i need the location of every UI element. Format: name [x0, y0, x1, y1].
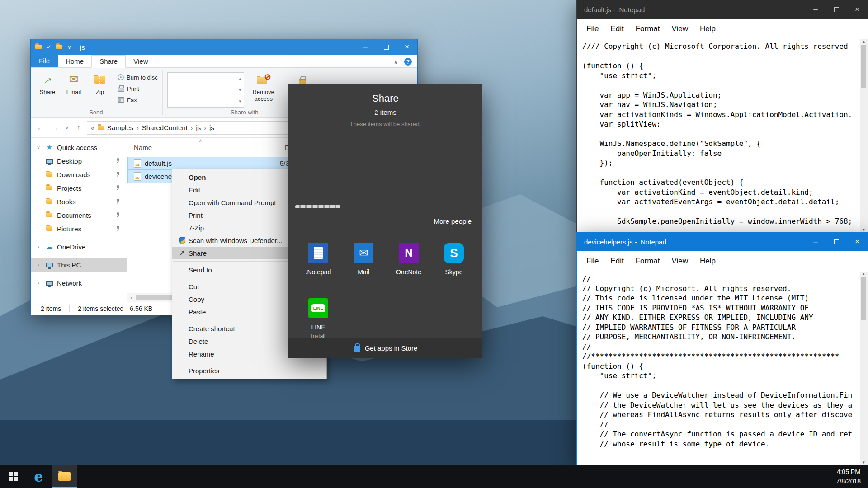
share-target-onenote[interactable]: N OneNote — [392, 243, 425, 276]
context-menu-item-properties[interactable]: Properties — [172, 364, 326, 377]
scroll-down-icon[interactable]: ▾ — [863, 227, 865, 232]
chevron-right-icon[interactable]: › — [35, 280, 42, 286]
menu-help[interactable]: Help — [694, 257, 722, 266]
up-icon[interactable]: ↑ — [72, 123, 85, 132]
close-button[interactable]: × — [847, 0, 868, 19]
help-icon[interactable]: ? — [404, 58, 412, 66]
window-title: default.js - .Notepad — [584, 6, 645, 14]
editor-text[interactable]: // // Copyright (c) Microsoft. All right… — [577, 272, 868, 449]
minimize-button[interactable]: – — [355, 39, 376, 55]
share-target-mail[interactable]: ✉ Mail — [347, 243, 380, 276]
chevron-right-icon[interactable]: › — [35, 262, 42, 267]
qat-customize-icon[interactable]: ∨ — [67, 44, 71, 50]
sidebar-item-onedrive[interactable]: › ☁ OneDrive — [31, 240, 127, 253]
forward-icon[interactable]: → — [49, 123, 61, 132]
notepad-titlebar[interactable]: devicehelpers.js - .Notepad – × — [577, 233, 868, 251]
breadcrumb-js-2[interactable]: js — [209, 124, 214, 131]
maximize-button[interactable] — [826, 0, 847, 19]
ribbon-print-button[interactable]: Print — [118, 84, 158, 94]
menu-file[interactable]: File — [580, 24, 604, 33]
more-people-link[interactable]: More people — [434, 217, 472, 225]
collapsed-path-icon[interactable]: « — [91, 124, 94, 131]
ribbon-zip-button[interactable]: Zip — [87, 70, 113, 96]
breadcrumb-separator: › — [137, 124, 139, 131]
breadcrumb-js[interactable]: js — [196, 124, 201, 131]
editor-text[interactable]: //// Copyright (c) Microsoft Corporation… — [577, 39, 868, 226]
collapse-ribbon-icon[interactable]: ∧ — [394, 59, 398, 65]
recent-locations-icon[interactable]: ∨ — [63, 125, 71, 131]
qat-properties-icon[interactable]: ✓ — [47, 44, 51, 50]
qat-new-folder-icon[interactable] — [56, 45, 62, 49]
share-with-gallery[interactable]: ▴ ▾ ▾ — [167, 72, 244, 108]
menu-format[interactable]: Format — [630, 24, 666, 33]
ribbon-email-button[interactable]: ✉ Email — [61, 70, 87, 96]
explorer-titlebar[interactable]: ✓ ∨ js – × — [31, 39, 417, 55]
breadcrumb-sharedcontent[interactable]: SharedContent — [142, 124, 188, 131]
sidebar-item-downloads[interactable]: Downloads — [31, 168, 127, 181]
scroll-left-icon[interactable]: ‹ — [127, 294, 136, 301]
menu-format[interactable]: Format — [630, 257, 666, 266]
sidebar-item-books[interactable]: Books — [31, 195, 127, 208]
maximize-button[interactable] — [826, 233, 847, 251]
taskbar-edge-button[interactable]: e — [26, 465, 52, 488]
menu-view[interactable]: View — [666, 257, 694, 266]
sidebar-item-desktop[interactable]: Desktop — [31, 154, 127, 168]
ribbon-burn-button[interactable]: Burn to disc — [118, 72, 158, 82]
vertical-scrollbar[interactable]: ▴ ▾ — [860, 272, 868, 465]
scroll-down-icon[interactable]: ▾ — [863, 460, 865, 465]
scrollbar-thumb[interactable] — [861, 45, 866, 88]
gallery-scroll-arrows[interactable]: ▴ ▾ ▾ — [236, 73, 244, 107]
close-button[interactable]: × — [847, 233, 868, 251]
ribbon-remove-access-button[interactable]: ⊘ Remove access — [244, 70, 283, 103]
start-button[interactable] — [0, 465, 26, 488]
maximize-icon — [834, 239, 839, 244]
notepad-titlebar[interactable]: default.js - .Notepad – × — [577, 0, 868, 19]
scroll-up-icon[interactable]: ▴ — [239, 76, 241, 81]
breadcrumb-samples[interactable]: Samples — [107, 124, 133, 131]
taskbar-clock[interactable]: 4:05 PM 7/8/2018 — [836, 465, 868, 488]
tab-share[interactable]: Share — [91, 55, 126, 68]
chevron-right-icon[interactable]: › — [35, 244, 42, 249]
share-target-notepad[interactable]: .Notepad — [302, 243, 335, 276]
menu-edit[interactable]: Edit — [604, 24, 629, 33]
ribbon-fax-button[interactable]: Fax — [118, 95, 158, 105]
share-target-line[interactable]: LINE LINE Install — [302, 298, 335, 339]
desktop-icon — [46, 159, 53, 164]
breadcrumb-separator: › — [191, 124, 193, 131]
sidebar-item-label: Projects — [57, 184, 81, 192]
scrollbar-thumb[interactable] — [136, 295, 175, 300]
scroll-up-icon[interactable]: ▴ — [863, 39, 865, 44]
share-target-skype[interactable]: S Skype — [438, 243, 470, 276]
scroll-up-icon[interactable]: ▴ — [863, 272, 865, 276]
back-icon[interactable]: ← — [34, 123, 47, 132]
menu-view[interactable]: View — [666, 24, 694, 33]
scrollbar-thumb[interactable] — [861, 277, 866, 320]
sidebar-item-label: Desktop — [57, 157, 82, 165]
sidebar-item-network[interactable]: › Network — [31, 276, 127, 290]
column-header-name[interactable]: Name — [134, 144, 280, 151]
get-apps-in-store-link[interactable]: Get apps in Store — [288, 338, 482, 358]
minimize-button[interactable]: – — [805, 233, 826, 251]
menu-help[interactable]: Help — [694, 24, 722, 33]
close-button[interactable]: × — [396, 39, 417, 55]
sidebar-item-quick-access[interactable]: ∨ ★ Quick access — [31, 141, 127, 154]
sidebar-item-pictures[interactable]: Pictures — [31, 222, 127, 235]
sidebar-item-projects[interactable]: Projects — [31, 181, 127, 195]
vertical-scrollbar[interactable]: ▴ ▾ — [860, 39, 868, 232]
tab-view[interactable]: View — [126, 56, 156, 67]
sidebar-item-documents[interactable]: Documents — [31, 208, 127, 222]
chevron-down-icon[interactable]: ∨ — [35, 145, 42, 150]
share-dialog-title: Share — [288, 93, 482, 104]
sidebar-item-label: Quick access — [57, 144, 97, 151]
tab-home[interactable]: Home — [58, 56, 91, 67]
minimize-button[interactable]: – — [805, 0, 826, 19]
tab-file[interactable]: File — [31, 55, 58, 67]
ribbon-share-button[interactable]: → Share — [34, 70, 61, 96]
sidebar-item-this-pc[interactable]: › This PC — [31, 258, 127, 272]
maximize-button[interactable] — [376, 39, 396, 55]
gallery-more-icon[interactable]: ▾ — [239, 99, 241, 103]
scroll-down-icon[interactable]: ▾ — [239, 88, 241, 92]
menu-edit[interactable]: Edit — [604, 257, 629, 266]
menu-file[interactable]: File — [580, 257, 604, 266]
taskbar-explorer-button[interactable] — [52, 465, 77, 488]
